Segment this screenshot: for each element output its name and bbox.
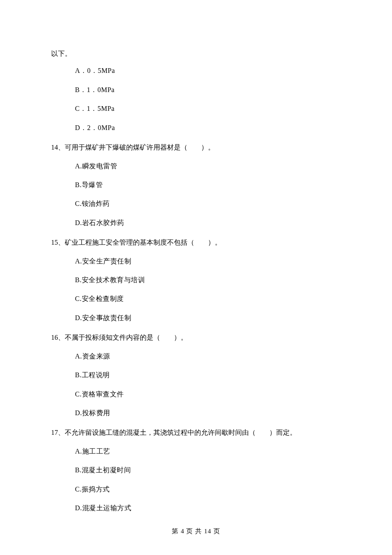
q17-option-a: A.施工工艺	[75, 447, 341, 456]
q14-option-d: D.岩石水胶炸药	[75, 218, 341, 228]
q14-option-a: A.瞬发电雷管	[75, 162, 341, 171]
q15-option-a: A.安全生产责任制	[75, 257, 341, 266]
q17-options: A.施工工艺 B.混凝土初凝时间 C.振捣方式 D.混凝土运输方式	[51, 447, 341, 513]
q14-stem: 14、可用于煤矿井下爆破的煤矿许用器材是（ ）。	[51, 142, 341, 153]
q15-option-d: D.安全事故责任制	[75, 313, 341, 323]
q16-option-b: B.工程说明	[75, 370, 341, 380]
q16-stem: 16、不属于投标须知文件内容的是（ ）。	[51, 332, 341, 343]
page-footer: 第 4 页 共 14 页	[0, 527, 392, 535]
q13-option-d: D．2．0MPa	[75, 123, 341, 133]
q17-stem: 17、不允许留设施工缝的混凝土，其浇筑过程中的允许间歇时间由（ ）而定。	[51, 427, 341, 438]
q17-option-b: B.混凝土初凝时间	[75, 465, 341, 475]
q17-option-c: C.振捣方式	[75, 485, 341, 494]
q14-option-b: B.导爆管	[75, 180, 341, 190]
q15-options: A.安全生产责任制 B.安全技术教育与培训 C.安全检查制度 D.安全事故责任制	[51, 257, 341, 323]
q13-options: A．0．5MPa B．1．0MPa C．1．5MPa D．2．0MPa	[51, 66, 341, 133]
q17-option-d: D.混凝土运输方式	[75, 503, 341, 513]
q15-stem: 15、矿业工程施工安全管理的基本制度不包括（ ）。	[51, 237, 341, 248]
q13-continuation: 以下。	[51, 49, 341, 58]
q15-option-c: C.安全检查制度	[75, 294, 341, 304]
q13-option-c: C．1．5MPa	[75, 104, 341, 113]
q16-options: A.资金来源 B.工程说明 C.资格审查文件 D.投标费用	[51, 352, 341, 418]
q13-option-a: A．0．5MPa	[75, 66, 341, 75]
q15-option-b: B.安全技术教育与培训	[75, 275, 341, 285]
page-content: 以下。 A．0．5MPa B．1．0MPa C．1．5MPa D．2．0MPa …	[0, 0, 392, 513]
q16-option-d: D.投标费用	[75, 408, 341, 418]
q14-option-c: C.铵油炸药	[75, 199, 341, 208]
q16-option-c: C.资格审查文件	[75, 390, 341, 399]
q16-option-a: A.资金来源	[75, 352, 341, 361]
q14-options: A.瞬发电雷管 B.导爆管 C.铵油炸药 D.岩石水胶炸药	[51, 162, 341, 228]
q13-option-b: B．1．0MPa	[75, 85, 341, 95]
